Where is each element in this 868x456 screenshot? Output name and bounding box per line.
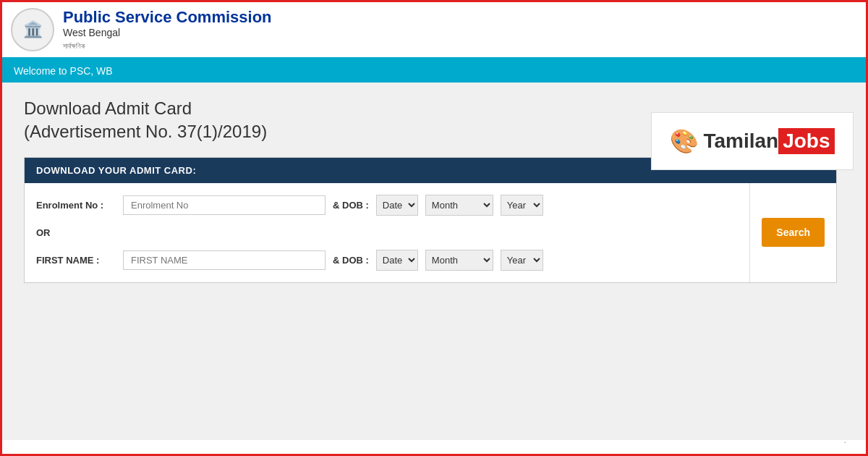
tamilan-banner: 🎨 Tamilan Jobs: [651, 112, 854, 170]
dob-label-1: & DOB :: [333, 200, 369, 211]
firstname-label: FIRST NAME :: [36, 255, 116, 266]
header-text-block: Public Service Commission West Bengal সা…: [63, 8, 272, 51]
form-card-inner: Enrolment No : & DOB : Date123 4567 8910…: [25, 183, 836, 282]
enrolment-label: Enrolment No :: [36, 200, 116, 211]
date-select-1[interactable]: Date123 4567 891011 12131415 16171819 20…: [376, 195, 418, 216]
admit-card-form: DOWNLOAD YOUR ADMIT CARD: Enrolment No :…: [24, 157, 837, 283]
bottom-dot: .: [844, 435, 846, 445]
or-text: OR: [36, 227, 51, 238]
site-logo: 🏛️: [11, 8, 54, 51]
nav-bar: Welcome to PSC, WB: [2, 59, 866, 83]
tamilan-icon: 🎨: [670, 127, 699, 155]
firstname-row: FIRST NAME : & DOB : Date123 4567 891011…: [36, 250, 738, 271]
site-subtitle: West Bengal: [63, 27, 272, 38]
tamilan-highlight: Jobs: [778, 128, 834, 154]
tamilan-brand: Tamilan: [703, 130, 778, 153]
site-tagline: সার্বক্ষণিক: [63, 42, 85, 50]
firstname-input[interactable]: [123, 250, 326, 270]
enrolment-input[interactable]: [123, 195, 326, 215]
year-select-2[interactable]: Year198019811982 1985199019952000: [501, 250, 543, 271]
form-section-header: DOWNLOAD YOUR ADMIT CARD:: [36, 165, 196, 176]
nav-welcome-text: Welcome to PSC, WB: [14, 65, 113, 77]
dob-label-2: & DOB :: [333, 255, 369, 266]
form-fields: Enrolment No : & DOB : Date123 4567 8910…: [25, 183, 749, 282]
site-title: Public Service Commission: [63, 8, 272, 27]
search-button[interactable]: Search: [762, 218, 825, 247]
month-select-1[interactable]: MonthJanuaryFebruary MarchAprilMay JuneJ…: [425, 195, 493, 216]
year-select-1[interactable]: Year198019811982 1985199019952000: [501, 195, 543, 216]
or-separator: OR: [36, 226, 738, 240]
site-header: 🏛️ Public Service Commission West Bengal…: [2, 2, 866, 59]
enrolment-row: Enrolment No : & DOB : Date123 4567 8910…: [36, 195, 738, 216]
search-btn-container: Search: [749, 183, 836, 282]
month-select-2[interactable]: MonthJanuaryFebruary MarchAprilMay JuneJ…: [425, 250, 493, 271]
date-select-2[interactable]: Date123 4567 891011 12131415 16171819 20…: [376, 250, 418, 271]
